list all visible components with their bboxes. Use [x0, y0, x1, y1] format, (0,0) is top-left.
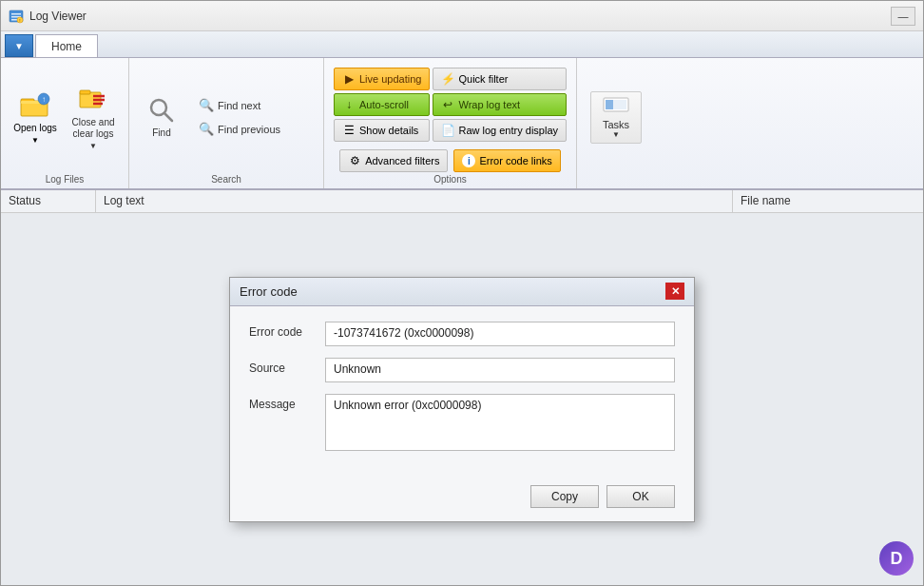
advanced-filters-button[interactable]: ⚙ Advanced filters [339, 149, 448, 172]
close-clear-logs-button[interactable]: Close andclear logs ▼ [66, 80, 121, 155]
source-field-label: Source [249, 358, 325, 375]
auto-scroll-icon: ↓ [342, 98, 356, 111]
minimize-button[interactable]: — [891, 7, 915, 26]
find-prev-icon: 🔍 [199, 122, 214, 136]
dialog-body: Error code -1073741672 (0xc0000098) Sour… [230, 306, 694, 478]
options-buttons: ▶ Live updating ⚡ Quick filter ↓ Auto-sc… [328, 62, 572, 147]
message-row: Message Unknown error (0xc0000098) [249, 394, 675, 451]
find-previous-button[interactable]: 🔍 Find previous [192, 119, 316, 139]
ribbon-group-tasks: Tasks ▼ Tasks [577, 58, 655, 188]
dialog-footer: Copy OK [230, 478, 694, 521]
ribbon: ↑ Open logs ▼ [1, 58, 923, 190]
main-window: ! Log Viewer — ▼ Home [0, 0, 924, 586]
find-next-label: Find next [218, 100, 260, 111]
tab-home[interactable]: Home [35, 34, 98, 57]
svg-rect-20 [606, 100, 613, 109]
find-icon [146, 95, 177, 126]
wrap-log-icon: ↩ [441, 98, 454, 111]
svg-text:!: ! [19, 18, 20, 23]
tasks-label: Tasks [603, 119, 629, 130]
open-logs-arrow: ▼ [31, 136, 39, 145]
tab-bar: ▼ Home [1, 31, 923, 58]
tasks-button[interactable]: Tasks ▼ [590, 91, 642, 144]
find-next-button[interactable]: 🔍 Find next [192, 95, 316, 115]
advanced-filters-icon: ⚙ [348, 154, 361, 167]
find-button[interactable]: Find [137, 90, 186, 144]
watermark: D [879, 541, 914, 576]
copy-button[interactable]: Copy [530, 485, 599, 508]
ok-button[interactable]: OK [606, 485, 675, 508]
open-logs-button[interactable]: ↑ Open logs ▼ [9, 86, 62, 149]
error-code-row: Error code -1073741672 (0xc0000098) [249, 322, 675, 346]
col-header-status: Status [1, 190, 96, 212]
raw-log-entry-label: Raw log entry display [458, 125, 558, 136]
wrap-log-text-button[interactable]: ↩ Wrap log text [433, 93, 567, 116]
close-clear-icon [78, 85, 108, 115]
live-updating-icon: ▶ [342, 72, 356, 86]
title-bar: ! Log Viewer — [1, 1, 923, 31]
auto-scroll-label: Auto-scroll [359, 99, 409, 110]
show-details-button[interactable]: ☰ Show details [334, 119, 430, 142]
open-logs-label: Open logs [13, 123, 57, 134]
show-details-label: Show details [359, 125, 418, 136]
advanced-row: ⚙ Advanced filters i Error code links [337, 149, 563, 172]
ribbon-group-search: Find 🔍 Find next 🔍 Find previous Search [129, 58, 324, 188]
svg-rect-1 [11, 13, 21, 15]
window-controls: — [891, 7, 915, 26]
main-content: Error code ✕ Error code -1073741672 (0xc… [1, 213, 923, 585]
tab-dropdown[interactable]: ▼ [5, 34, 33, 57]
svg-rect-3 [11, 19, 17, 21]
dialog-close-button[interactable]: ✕ [665, 283, 684, 300]
tasks-arrow: ▼ [612, 130, 620, 139]
app-icon: ! [9, 9, 24, 24]
error-code-links-button[interactable]: i Error code links [453, 149, 560, 172]
column-headers: Status Log text File name [1, 190, 923, 213]
source-value: Unknown [325, 358, 675, 382]
show-details-icon: ☰ [342, 124, 356, 137]
col-header-file-name: File name [733, 190, 923, 212]
raw-log-icon: 📄 [441, 124, 454, 137]
quick-filter-label: Quick filter [458, 73, 508, 85]
message-value: Unknown error (0xc0000098) [325, 394, 675, 451]
live-updating-label: Live updating [359, 73, 421, 85]
log-files-group-label: Log Files [46, 174, 85, 185]
advanced-filters-label: Advanced filters [365, 155, 439, 166]
search-group-label: Search [211, 174, 241, 185]
raw-log-entry-button[interactable]: 📄 Raw log entry display [433, 119, 567, 142]
dialog-overlay: Error code ✕ Error code -1073741672 (0xc… [1, 213, 923, 585]
col-header-log-text: Log text [96, 190, 733, 212]
error-code-field-label: Error code [249, 322, 325, 339]
error-code-dialog: Error code ✕ Error code -1073741672 (0xc… [229, 277, 695, 522]
tasks-icon [601, 96, 631, 119]
options-group-label: Options [433, 174, 466, 185]
error-code-value: -1073741672 (0xc0000098) [325, 322, 675, 346]
close-clear-label: Close andclear logs [71, 117, 114, 140]
dialog-title-bar: Error code ✕ [230, 278, 694, 306]
ribbon-group-options: ▶ Live updating ⚡ Quick filter ↓ Auto-sc… [324, 58, 577, 188]
find-label: Find [152, 127, 170, 139]
window-title: Log Viewer [29, 10, 891, 23]
search-content: Find 🔍 Find next 🔍 Find previous [137, 62, 316, 172]
dialog-title: Error code [240, 284, 298, 299]
quick-filter-icon: ⚡ [441, 72, 454, 86]
find-next-icon: 🔍 [199, 98, 214, 112]
error-code-icon: i [462, 154, 475, 167]
source-row: Source Unknown [249, 358, 675, 382]
find-previous-label: Find previous [218, 124, 280, 135]
wrap-log-text-label: Wrap log text [458, 99, 520, 110]
log-files-buttons: ↑ Open logs ▼ [9, 62, 121, 172]
auto-scroll-button[interactable]: ↓ Auto-scroll [334, 93, 430, 116]
live-updating-button[interactable]: ▶ Live updating [334, 68, 430, 90]
svg-text:↑: ↑ [42, 95, 46, 104]
close-clear-arrow: ▼ [89, 142, 97, 150]
svg-line-17 [164, 113, 172, 121]
error-code-links-label: Error code links [479, 155, 551, 166]
message-field-label: Message [249, 394, 325, 411]
svg-rect-12 [80, 90, 90, 94]
quick-filter-button[interactable]: ⚡ Quick filter [433, 68, 567, 90]
ribbon-group-log-files: ↑ Open logs ▼ [1, 58, 129, 188]
find-options: 🔍 Find next 🔍 Find previous [192, 95, 316, 139]
